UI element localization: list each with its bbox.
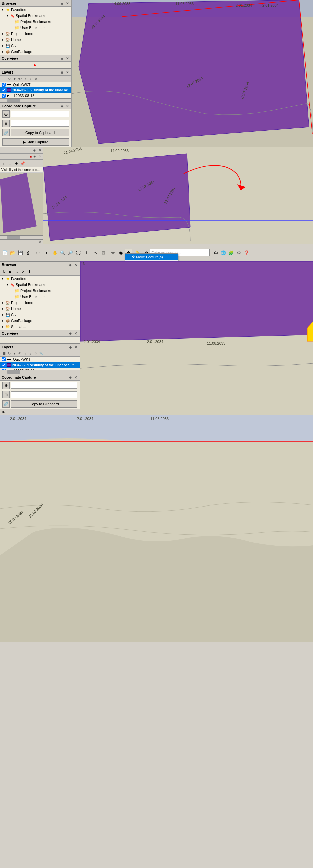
mid-tb-icon1[interactable]: ↑	[1, 160, 7, 166]
home-item[interactable]: ▶ 🏠 Home	[0, 37, 71, 43]
layers-scrollbar-h[interactable]	[0, 98, 71, 102]
tb-print-icon[interactable]: 🖨	[24, 249, 32, 256]
b2-tb1[interactable]: ↻	[1, 269, 7, 275]
b2-pb[interactable]: 📁 Project Bookmarks	[0, 288, 80, 294]
layer-item-2033-08[interactable]: ▶ 2033-08-18	[0, 93, 71, 98]
tb-zoom-full-icon[interactable]: ⛶	[74, 249, 82, 256]
layer-item-quickwkt[interactable]: QuickWKT	[0, 82, 71, 87]
l2-2034[interactable]: 2034-08-09 Visibility of the lunar occul…	[0, 362, 80, 368]
coord2-grid-btn[interactable]: ⊞	[2, 391, 10, 398]
browser2-close[interactable]: ✕	[73, 262, 78, 267]
b2-tb4[interactable]: ✕	[20, 269, 26, 275]
l2-close[interactable]: ✕	[73, 345, 78, 349]
layers-remove-icon[interactable]: ✕	[34, 76, 38, 81]
b2-tb5[interactable]: ℹ	[26, 269, 32, 275]
drive-c-item[interactable]: ▶ 💾 C:\	[0, 43, 71, 49]
tb-select-icon[interactable]: ↖	[92, 249, 99, 256]
copy-clipboard-btn[interactable]: Copy to Clipboard	[11, 129, 69, 136]
spatial-bookmarks-item[interactable]: ▼ 🔖 Spatial Bookmarks	[0, 13, 71, 19]
layers-filter-icon[interactable]: ▼	[12, 76, 17, 81]
layer-checkbox-2034[interactable]	[2, 88, 6, 92]
tb-identify-icon[interactable]: ℹ	[82, 249, 90, 256]
b2-drive[interactable]: ▶ 💾 C:\	[0, 312, 80, 318]
layers-refresh-icon[interactable]: ↻	[7, 76, 12, 81]
overview-collapse-icon[interactable]: ◈	[60, 56, 64, 61]
layers-collapse-icon[interactable]: ◈	[60, 70, 64, 74]
coord2-collapse[interactable]: ◈	[68, 375, 73, 379]
copy-clipboard-btn-2[interactable]: Copy to Clipboard	[11, 400, 77, 408]
layers-eye-icon[interactable]: 👁	[18, 76, 22, 81]
tb-redo-icon[interactable]: ↪	[42, 249, 49, 256]
context-move-features[interactable]: ✥ Move Feature(s)	[125, 254, 178, 260]
l2-tb5[interactable]: ↑	[23, 351, 28, 356]
coord2-chain-btn[interactable]: 🔗	[2, 400, 10, 408]
b2-ph[interactable]: ▶ 🏠 Project Home	[0, 300, 80, 306]
l2-tb4[interactable]: 👁	[18, 351, 22, 356]
b2-tb2[interactable]: ▶	[7, 269, 13, 275]
geopackage-item[interactable]: ▶ 📦 GeoPackage	[0, 49, 71, 55]
mid-map[interactable]: 21.04.2034 14.09.2033 12.07.2034 12.07.2…	[43, 147, 313, 244]
b2-ub[interactable]: 📁 User Bookmarks	[0, 294, 80, 300]
layers-move-down-icon[interactable]: ↓	[28, 76, 33, 81]
b2-gp[interactable]: ▶ 📦 GeoPackage	[0, 318, 80, 324]
ov2-close[interactable]: ✕	[73, 331, 78, 336]
coord2-close[interactable]: ✕	[73, 375, 78, 379]
tb-node-icon[interactable]: ◉	[117, 249, 124, 256]
tb-plugins-icon[interactable]: 🧩	[227, 249, 235, 256]
overview-close-icon[interactable]: ✕	[65, 56, 70, 61]
l2-quickwkt[interactable]: QuickWKT	[0, 357, 80, 362]
coord2-crosshair-btn[interactable]: ⊕	[2, 381, 10, 389]
map-area-top[interactable]: 14.09.2033 11.08.2033 2.01.2034 2.01.203…	[72, 0, 313, 147]
tb-settings-icon[interactable]: ⚙	[235, 249, 243, 256]
mid-tb-icon2[interactable]: ↓	[7, 160, 13, 166]
b2-tb3[interactable]: ⊕	[14, 269, 20, 275]
coord2-input-1[interactable]	[11, 382, 77, 389]
l2-tb3[interactable]: ▼	[12, 351, 17, 356]
tb-zoom-in-icon[interactable]: 🔍	[59, 249, 66, 256]
tb-pan-icon[interactable]: ✋	[52, 249, 59, 256]
mid-panel-icon3[interactable]: ◈	[32, 154, 37, 159]
mid-panel-icon4[interactable]: ✕	[38, 154, 42, 159]
layers-add-icon[interactable]: ☰	[2, 76, 6, 81]
l2-cb-2034[interactable]	[2, 363, 6, 367]
l2-scrollbar[interactable]	[0, 370, 80, 374]
browser2-collapse[interactable]: ◈	[68, 262, 73, 267]
tb-undo-icon[interactable]: ↩	[34, 249, 41, 256]
tb-new-icon[interactable]: 📄	[1, 249, 9, 256]
tb-open-icon[interactable]: 📂	[9, 249, 17, 256]
mid-panel-icon1[interactable]: ◈	[32, 148, 37, 153]
l2-collapse[interactable]: ◈	[68, 345, 73, 349]
tb-save-icon[interactable]: 💾	[17, 249, 24, 256]
layer-checkbox-2033-08[interactable]	[2, 94, 6, 98]
b2-home[interactable]: ▶ 🏠 Home	[0, 306, 80, 312]
tb-layers-icon[interactable]: 🗂	[212, 249, 219, 256]
coord-grid-btn[interactable]: ⊞	[2, 120, 10, 127]
start-capture-btn[interactable]: ▶ Start Capture	[2, 138, 69, 146]
tb-zoom-out-icon[interactable]: 🔎	[67, 249, 74, 256]
coord-chain-btn[interactable]: 🔗	[2, 129, 10, 136]
browser-close-icon[interactable]: ✕	[65, 1, 70, 6]
l2-tb1[interactable]: ☰	[2, 351, 6, 356]
layer-checkbox-quickwkt[interactable]	[2, 83, 6, 87]
mid-tb-icon4[interactable]: 📌	[20, 160, 26, 166]
layer-item-2034[interactable]: 2034-08-09 Visibility of the lunar oc	[0, 87, 71, 93]
l2-tb6[interactable]: ↓	[28, 351, 33, 356]
coord-input-1[interactable]	[11, 111, 69, 117]
mid-close2-icon[interactable]: ✕	[38, 240, 42, 244]
mid-left-scrollbar[interactable]	[0, 235, 43, 239]
b2-favorites[interactable]: ▼ ★ Favorites	[0, 276, 80, 282]
coord2-input-2[interactable]	[11, 391, 77, 398]
coord-collapse-icon[interactable]: ◈	[60, 103, 64, 108]
mid-panel-icon2[interactable]: ✕	[38, 148, 42, 153]
coord-input-2[interactable]	[11, 120, 69, 127]
bottom-map[interactable]: 16... 2.01.2034 2.01.2034 11.08.2033	[80, 261, 313, 415]
tb-edit-icon[interactable]: ✏	[109, 249, 117, 256]
tb-browser-icon[interactable]: 🌐	[220, 249, 227, 256]
tb-help-icon[interactable]: ❓	[243, 249, 250, 256]
b2-sb[interactable]: ▼ 🔖 Spatial Bookmarks	[0, 282, 80, 288]
layers-close-icon[interactable]: ✕	[65, 70, 70, 74]
l2-cb-quickwkt[interactable]	[2, 358, 6, 362]
coord-crosshair-btn[interactable]: ⊕	[2, 110, 10, 118]
project-bookmarks-item[interactable]: 📁 Project Bookmarks	[0, 19, 71, 25]
mid-tb-icon3[interactable]: ⊕	[13, 160, 20, 166]
